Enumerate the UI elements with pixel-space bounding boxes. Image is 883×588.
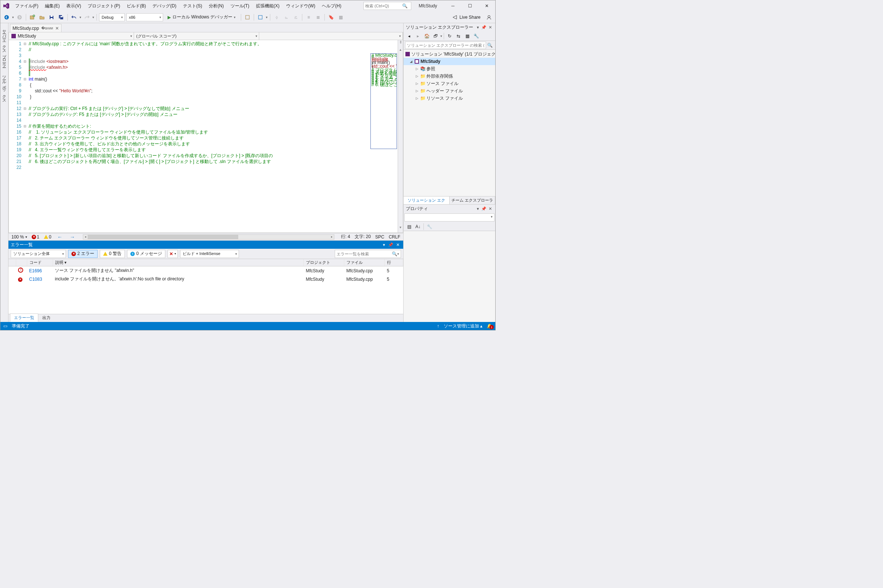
expand-icon[interactable]: ▷ bbox=[415, 82, 419, 86]
panel-pin-icon[interactable]: 📌 bbox=[387, 243, 395, 247]
tb-btn-c[interactable]: ⎀ bbox=[272, 13, 281, 21]
property-grid[interactable] bbox=[403, 231, 495, 322]
nav-project-select[interactable]: MfcStudy bbox=[9, 32, 134, 40]
se-collapse-button[interactable]: ⇆ bbox=[454, 32, 462, 40]
tree-node[interactable]: ▷📚参照 bbox=[403, 65, 495, 72]
team-explorer-tab[interactable]: チーム エクスプローラー bbox=[450, 196, 496, 204]
menu-ツール(T)[interactable]: ツール(T) bbox=[227, 2, 252, 10]
panel-menu-icon[interactable]: ▾ bbox=[476, 25, 480, 30]
minimap[interactable]: // MfcStudy.cpp : このファイルには 'main' 関数が含まれ… bbox=[370, 53, 397, 149]
open-button[interactable] bbox=[38, 13, 46, 21]
code-area[interactable]: // MfcStudy.cpp : このファイルには 'main' 関数が含まれ… bbox=[29, 40, 398, 232]
zoom-select[interactable]: 100 %▾ bbox=[11, 234, 27, 240]
error-list-titlebar[interactable]: エラー一覧 ▾ 📌 ✕ bbox=[9, 241, 403, 249]
error-search-input[interactable] bbox=[337, 252, 392, 256]
panel-menu-icon[interactable]: ▾ bbox=[382, 243, 387, 247]
error-search[interactable]: 🔍▾ bbox=[335, 250, 401, 258]
panel-close-icon[interactable]: ✕ bbox=[487, 206, 493, 211]
next-issue-button[interactable]: → bbox=[68, 234, 76, 240]
se-back-button[interactable]: ◂ bbox=[405, 32, 413, 40]
undo-button[interactable] bbox=[70, 13, 78, 21]
tree-node[interactable]: ▷📁外部依存関係 bbox=[403, 72, 495, 80]
error-row[interactable]: E1696ソース ファイルを開けません "afxwin.h"MfcStudyMf… bbox=[9, 266, 403, 275]
menu-ファイル(F)[interactable]: ファイル(F) bbox=[12, 2, 41, 10]
global-search[interactable]: 🔍 bbox=[363, 2, 411, 10]
platform-select[interactable]: x86 bbox=[126, 13, 163, 21]
categorized-button[interactable]: ▤ bbox=[405, 223, 413, 231]
build-filter-select[interactable]: ビルド + IntelliSense bbox=[180, 250, 239, 258]
pin-icon[interactable]: �ании bbox=[41, 26, 53, 30]
expand-icon[interactable]: ▷ bbox=[415, 96, 419, 100]
tree-node[interactable]: ▷📁ソース ファイル bbox=[403, 80, 495, 87]
se-properties-button[interactable]: 🔧 bbox=[472, 32, 480, 40]
menu-ヘルプ(H)[interactable]: ヘルプ(H) bbox=[319, 2, 344, 10]
document-tab[interactable]: MfcStudy.cpp �ании ✕ bbox=[10, 24, 62, 32]
minimize-button[interactable]: ─ bbox=[444, 0, 461, 11]
errors-toggle[interactable]: ✕2 エラー bbox=[68, 250, 98, 258]
tb-btn-d[interactable]: ⎁ bbox=[282, 13, 290, 21]
save-all-button[interactable] bbox=[57, 13, 65, 21]
panel-menu-icon[interactable]: ▾ bbox=[476, 206, 480, 211]
notifications-button[interactable]: 🔔1 bbox=[487, 323, 492, 328]
toolbox-tab[interactable]: ツールボックス bbox=[1, 71, 8, 103]
tb-btn-bookmark[interactable]: 🔖 bbox=[327, 13, 335, 21]
se-sync-button[interactable]: 🗗 bbox=[432, 32, 440, 40]
clear-filter-button[interactable]: ✕▾ bbox=[167, 250, 178, 258]
alphabetical-button[interactable]: A↓ bbox=[414, 223, 422, 231]
properties-header[interactable]: プロパティ ▾ 📌 ✕ bbox=[403, 205, 495, 213]
redo-button[interactable] bbox=[83, 13, 91, 21]
tb-btn-a[interactable] bbox=[244, 13, 251, 21]
expand-icon[interactable]: ▷ bbox=[415, 67, 419, 70]
nav-member-select[interactable] bbox=[259, 32, 403, 40]
se-fwd-button[interactable]: ▸ bbox=[414, 32, 422, 40]
menu-編集(E)[interactable]: 編集(E) bbox=[42, 2, 63, 10]
tb-btn-h[interactable]: ▦ bbox=[337, 13, 344, 21]
editor-hscroll[interactable]: ◂▸ bbox=[83, 234, 334, 240]
panel-pin-icon[interactable]: 📌 bbox=[480, 25, 487, 30]
menu-プロジェクト(P)[interactable]: プロジェクト(P) bbox=[85, 2, 123, 10]
prop-pages-button[interactable]: 🔧 bbox=[425, 223, 433, 231]
panel-close-icon[interactable]: ✕ bbox=[487, 25, 493, 30]
panel-close-icon[interactable]: ✕ bbox=[395, 243, 401, 247]
global-search-input[interactable] bbox=[365, 4, 402, 8]
error-row[interactable]: ✕C1083include ファイルを開けません。'afxwin.h':No s… bbox=[9, 275, 403, 284]
prev-issue-button[interactable]: ← bbox=[56, 234, 64, 240]
expand-icon[interactable]: ◢ bbox=[409, 60, 413, 63]
tb-btn-b[interactable] bbox=[256, 13, 265, 21]
panel-pin-icon[interactable]: 📌 bbox=[480, 206, 487, 211]
solution-search-input[interactable] bbox=[405, 42, 486, 49]
code-editor[interactable]: 12345678910111213141516171819202122⊟⊟⊟⊟⊟… bbox=[9, 40, 403, 233]
start-debug-button[interactable]: ▶ ローカル Windows デバッガー ▾ bbox=[165, 13, 239, 21]
new-project-button[interactable] bbox=[29, 13, 36, 21]
tree-node[interactable]: ▷📁リソース ファイル bbox=[403, 94, 495, 102]
messages-toggle[interactable]: i0 メッセージ bbox=[127, 250, 165, 258]
solution-explorer-tab[interactable]: ソリューション エクス... bbox=[403, 196, 450, 204]
menu-表示(V)[interactable]: 表示(V) bbox=[63, 2, 84, 10]
se-showall-button[interactable]: ▦ bbox=[463, 32, 471, 40]
nav-back-button[interactable] bbox=[3, 13, 11, 21]
source-control-button[interactable]: ソース管理に追加 ▴ bbox=[444, 323, 482, 329]
error-count[interactable]: ✕1 bbox=[32, 234, 39, 240]
solution-node[interactable]: ソリューション 'MfcStudy' (1/1 プロジェクト) bbox=[403, 50, 495, 58]
tb-btn-f[interactable]: ≡ bbox=[304, 13, 313, 21]
publish-icon[interactable]: ↑ bbox=[437, 323, 439, 328]
save-button[interactable] bbox=[48, 13, 56, 21]
account-button[interactable] bbox=[485, 13, 493, 21]
tree-node[interactable]: ▷📁ヘッダー ファイル bbox=[403, 87, 495, 94]
solution-tree[interactable]: ソリューション 'MfcStudy' (1/1 プロジェクト) ◢ MfcStu… bbox=[403, 50, 495, 196]
maximize-button[interactable]: ☐ bbox=[461, 0, 478, 11]
error-scope-select[interactable]: ソリューション全体 bbox=[11, 250, 66, 258]
error-table[interactable]: コード説明 ▾プロジェクトファイル行 E1696ソース ファイルを開けません "… bbox=[9, 259, 403, 314]
warning-count[interactable]: 0 bbox=[44, 234, 51, 240]
live-share-button[interactable]: Live Share bbox=[449, 15, 483, 20]
error-list-tab[interactable]: エラー一覧 bbox=[10, 314, 38, 322]
nav-scope-select[interactable]: (グローバル スコープ) bbox=[134, 32, 259, 40]
property-object-select[interactable] bbox=[404, 213, 495, 222]
solution-explorer-header[interactable]: ソリューション エクスプローラー ▾ 📌 ✕ bbox=[403, 23, 495, 31]
menu-ビルド(B)[interactable]: ビルド(B) bbox=[124, 2, 149, 10]
menu-ウィンドウ(W)[interactable]: ウィンドウ(W) bbox=[283, 2, 318, 10]
config-select[interactable]: Debug bbox=[99, 13, 125, 21]
tb-btn-e[interactable]: ⎌ bbox=[292, 13, 300, 21]
menu-テスト(S)[interactable]: テスト(S) bbox=[180, 2, 205, 10]
split-icon[interactable]: ⇕ bbox=[399, 40, 402, 48]
